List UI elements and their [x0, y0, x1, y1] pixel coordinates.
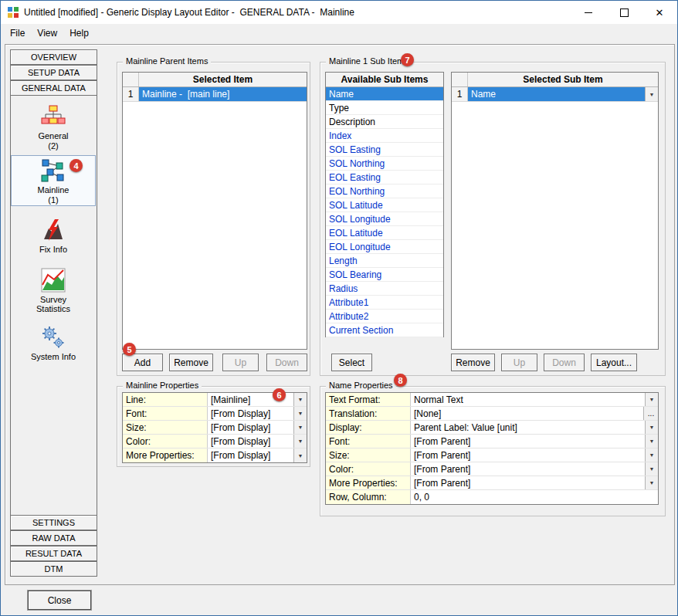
row-number-header [123, 73, 139, 86]
dropdown-button[interactable]: ▼ [645, 476, 658, 489]
dropdown-button[interactable]: ▼ [293, 448, 307, 462]
text-format-select[interactable]: Normal Text ▼ [411, 393, 658, 406]
list-item[interactable]: Radius [326, 282, 443, 296]
menu-bar: File View Help [1, 24, 677, 42]
name-properties-group-title: Name Properties [326, 381, 396, 390]
up-parent-button[interactable]: Up [222, 354, 259, 371]
list-item[interactable]: Index [326, 129, 443, 143]
list-item[interactable]: SOL Bearing [326, 268, 443, 282]
property-label: Translation: [326, 407, 411, 420]
sidebar-button-overview[interactable]: OVERVIEW [10, 49, 97, 65]
list-item[interactable]: Length [326, 254, 443, 268]
selected-sub-item-table[interactable]: Selected Sub Item 1 Name ▼ [451, 72, 659, 350]
selected-sub-item-value[interactable]: Name [468, 87, 645, 101]
parent-items-table[interactable]: Selected Item 1 Mainline - [main line] [122, 72, 307, 350]
menu-help[interactable]: Help [63, 25, 95, 41]
sidebar-button-dtm[interactable]: DTM [10, 561, 97, 577]
app-icon [7, 6, 19, 19]
dropdown-button[interactable]: ▼ [645, 448, 658, 462]
sidebar-item-system-info[interactable]: System Info [11, 325, 96, 361]
layout-button[interactable]: Layout... [591, 354, 637, 371]
line-select[interactable]: [Mainline] ▼ [208, 393, 307, 406]
more-properties-select[interactable]: [From Display] ▼ [208, 448, 307, 462]
sidebar-item-label: General [38, 131, 68, 140]
font-select[interactable]: [From Parent] ▼ [411, 435, 658, 448]
maximize-button[interactable] [606, 1, 642, 24]
more-properties-select[interactable]: [From Parent] ▼ [411, 476, 658, 489]
dropdown-button[interactable]: ▼ [645, 87, 658, 101]
dropdown-button[interactable]: ▼ [293, 393, 307, 406]
mainline-properties-group-title: Mainline Properties [123, 381, 202, 390]
table-row[interactable]: 1 Mainline - [main line] [123, 87, 307, 102]
add-button[interactable]: Add [122, 354, 163, 371]
property-value: Parent Label: Value [unit] [411, 422, 645, 433]
display-select[interactable]: Parent Label: Value [unit] ▼ [411, 421, 658, 434]
menu-file[interactable]: File [4, 25, 31, 41]
list-item[interactable]: Type [326, 101, 443, 115]
list-item[interactable]: SOL Latitude [326, 198, 443, 212]
list-item[interactable]: Name [326, 87, 443, 101]
list-item[interactable]: EOL Easting [326, 171, 443, 184]
property-label: Font: [326, 435, 411, 448]
list-item[interactable]: Description [326, 115, 443, 129]
dropdown-button[interactable]: ▼ [645, 462, 658, 476]
minimize-button[interactable] [571, 1, 606, 24]
remove-sub-button[interactable]: Remove [451, 354, 495, 371]
sidebar-button-setup-data[interactable]: SETUP DATA [10, 65, 97, 80]
annotation-badge-7: 7 [401, 53, 414, 66]
close-button[interactable]: Close [28, 591, 91, 610]
up-sub-button[interactable]: Up [501, 354, 537, 371]
list-item[interactable]: Attribute1 [326, 296, 443, 310]
size-select[interactable]: [From Display] ▼ [208, 421, 307, 434]
dropdown-button[interactable]: ▼ [293, 421, 307, 434]
sidebar-button-general-data[interactable]: GENERAL DATA [10, 80, 97, 96]
color-select[interactable]: [From Parent] ▼ [411, 462, 658, 476]
property-label: Row, Column: [326, 490, 411, 504]
list-item[interactable]: Current Section [326, 323, 443, 337]
property-value: [None] [411, 408, 643, 419]
sidebar-item-fix-info[interactable]: Fix Info [11, 218, 96, 254]
system-info-icon [41, 325, 66, 351]
list-item[interactable]: SOL Northing [326, 157, 443, 171]
fix-info-icon [41, 218, 66, 244]
select-button[interactable]: Select [331, 354, 372, 371]
sidebar-item-survey-statistics[interactable]: Survey Statistics [11, 268, 96, 313]
available-sub-items-list[interactable]: Available Sub Items Name Type Descriptio… [325, 72, 444, 337]
list-item[interactable]: EOL Longitude [326, 240, 443, 254]
selected-parent-item[interactable]: Mainline - [main line] [139, 87, 307, 101]
table-row[interactable]: 1 Name ▼ [452, 87, 658, 102]
list-item[interactable]: EOL Northing [326, 184, 443, 198]
down-parent-button[interactable]: Down [266, 354, 307, 371]
size-select[interactable]: [From Parent] ▼ [411, 448, 658, 462]
row-number: 1 [123, 87, 139, 101]
chevron-down-icon: ▼ [649, 438, 655, 444]
ellipsis-button[interactable]: ... [643, 407, 658, 420]
dropdown-button[interactable]: ▼ [645, 435, 658, 448]
sidebar-item-label: System Info [31, 352, 76, 361]
sidebar-button-result-data[interactable]: RESULT DATA [10, 546, 97, 561]
list-item[interactable]: EOL Latitude [326, 226, 443, 240]
remove-parent-button[interactable]: Remove [169, 354, 213, 371]
translation-field[interactable]: [None] ... [411, 407, 658, 420]
sidebar-button-raw-data[interactable]: RAW DATA [10, 530, 97, 546]
close-window-button[interactable]: ✕ [642, 1, 677, 24]
sidebar-item-label: Fix Info [39, 245, 67, 254]
font-select[interactable]: [From Display] ▼ [208, 407, 307, 420]
dropdown-button[interactable]: ▼ [293, 435, 307, 448]
property-row: Size: [From Parent] ▼ [326, 448, 658, 462]
sidebar-button-settings[interactable]: SETTINGS [10, 515, 97, 530]
sidebar-item-mainline[interactable]: Mainline (1) [11, 155, 96, 206]
sidebar-item-count: (1) [48, 195, 58, 205]
list-item[interactable]: SOL Easting [326, 143, 443, 157]
app-window: Untitled [modified] - Generic Display La… [0, 0, 678, 616]
menu-view[interactable]: View [31, 25, 63, 41]
property-value: [From Display] [208, 436, 293, 447]
list-item[interactable]: Attribute2 [326, 310, 443, 323]
dropdown-button[interactable]: ▼ [645, 421, 658, 434]
color-select[interactable]: [From Display] ▼ [208, 435, 307, 448]
dropdown-button[interactable]: ▼ [293, 407, 307, 420]
sidebar-item-general[interactable]: General (2) [11, 104, 96, 151]
list-item[interactable]: SOL Longitude [326, 212, 443, 226]
dropdown-button[interactable]: ▼ [645, 393, 658, 406]
down-sub-button[interactable]: Down [544, 354, 585, 371]
